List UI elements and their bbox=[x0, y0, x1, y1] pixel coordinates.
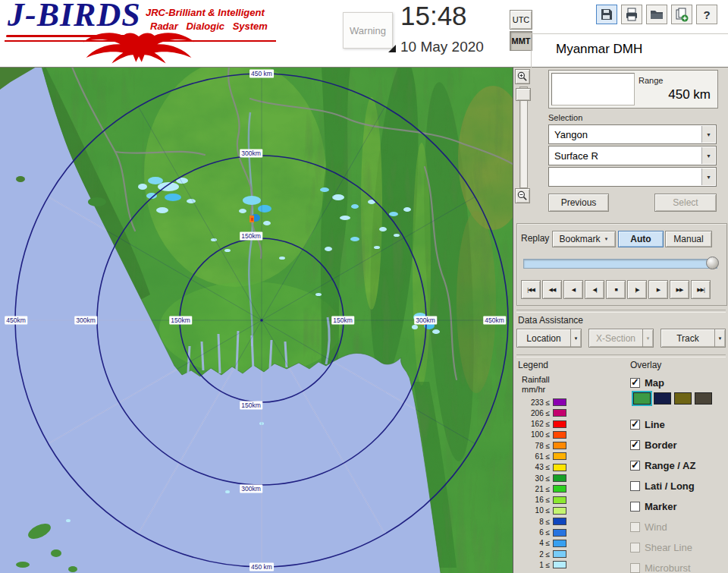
replay-timeline-slider[interactable] bbox=[523, 259, 717, 269]
overlay-checkbox-row[interactable]: Microburst bbox=[630, 562, 695, 573]
selection-dropdown[interactable]: Yangon bbox=[548, 124, 717, 144]
legend-threshold: 206 ≤ bbox=[518, 409, 553, 417]
checkbox[interactable] bbox=[630, 543, 640, 553]
legend-color-swatch bbox=[553, 496, 566, 504]
playback-button[interactable]: ▶▶| bbox=[691, 280, 711, 299]
bookmark-button[interactable]: Bookmark bbox=[552, 231, 616, 247]
button-label: Track bbox=[661, 333, 714, 344]
resize-grip-icon bbox=[388, 45, 396, 52]
overlay-item-label: Lati / Long bbox=[645, 480, 695, 492]
overlay-checkbox-row[interactable]: Range / AZ bbox=[630, 460, 695, 471]
legend-color-swatch bbox=[553, 485, 566, 493]
radar-map[interactable]: 450 km300km150km150km300km450 km450km300… bbox=[0, 67, 513, 573]
selection-dropdowns: Yangon Surface R bbox=[548, 124, 717, 188]
data-assistance-button[interactable]: Track bbox=[661, 329, 726, 348]
selection-dropdown[interactable] bbox=[548, 167, 717, 187]
legend-threshold: 6 ≤ bbox=[518, 528, 553, 537]
chevron-down-icon[interactable] bbox=[570, 329, 581, 347]
legend-color-swatch bbox=[553, 529, 566, 537]
print-button[interactable] bbox=[621, 5, 642, 24]
legend-color-swatch bbox=[553, 507, 566, 515]
checkbox[interactable] bbox=[630, 481, 640, 491]
range-readout: Range 450 km bbox=[548, 70, 718, 109]
overlay-checkbox-row[interactable]: Marker bbox=[630, 501, 695, 512]
overlay-checkbox-row[interactable]: Line bbox=[630, 419, 695, 430]
chevron-down-icon[interactable] bbox=[642, 329, 653, 347]
playback-button[interactable]: |◀◀ bbox=[521, 280, 541, 299]
legend-threshold: 21 ≤ bbox=[518, 485, 553, 493]
chevron-down-icon[interactable] bbox=[714, 329, 725, 347]
checkbox[interactable] bbox=[630, 502, 640, 512]
zoom-out-icon bbox=[516, 190, 529, 202]
checkbox[interactable] bbox=[630, 563, 640, 573]
overlay-checkbox-row[interactable]: Shear Line bbox=[630, 542, 695, 553]
overlay-item-label: Line bbox=[645, 419, 665, 430]
help-button[interactable]: ? bbox=[696, 5, 717, 24]
save-icon bbox=[599, 7, 614, 22]
data-assistance-button[interactable]: X-Section bbox=[588, 329, 654, 348]
zoom-slider-track[interactable] bbox=[519, 87, 528, 188]
legend-row: 100 ≤ bbox=[518, 431, 566, 439]
legend-threshold: 10 ≤ bbox=[518, 506, 553, 515]
utc-button[interactable]: UTC bbox=[510, 10, 532, 30]
legend-threshold: 16 ≤ bbox=[518, 496, 553, 504]
zoom-in-button[interactable] bbox=[515, 69, 530, 84]
playback-button[interactable]: ▶▶ bbox=[670, 280, 689, 299]
elevation-display bbox=[551, 73, 635, 105]
station-box: Myanmar DMH bbox=[531, 33, 728, 68]
auto-mode-button[interactable]: Auto bbox=[618, 231, 664, 247]
legend-threshold: 61 ≤ bbox=[518, 452, 553, 461]
chevron-down-icon[interactable] bbox=[701, 126, 715, 143]
eagle-logo-icon bbox=[82, 30, 196, 64]
overlay-checkbox-row[interactable]: Lati / Long bbox=[630, 480, 695, 491]
warning-button[interactable]: Warning bbox=[343, 12, 393, 49]
map-style-swatch[interactable] bbox=[633, 392, 651, 405]
range-label: Range bbox=[639, 76, 663, 85]
overlay-checkbox-row[interactable]: Border bbox=[630, 439, 695, 450]
replay-slider-thumb[interactable] bbox=[706, 257, 719, 269]
legend-threshold: 78 ≤ bbox=[518, 442, 553, 450]
checkbox[interactable] bbox=[630, 420, 640, 430]
legend-color-swatch bbox=[553, 550, 566, 558]
zoom-out-button[interactable] bbox=[515, 188, 530, 203]
data-assistance-button[interactable]: Location bbox=[516, 329, 582, 348]
button-label: Location bbox=[517, 333, 570, 344]
header-bar: J-BIRDS JRC-Brilliant & Intelligent Rada… bbox=[0, 0, 728, 68]
chevron-down-icon[interactable] bbox=[701, 147, 715, 164]
help-icon: ? bbox=[703, 8, 710, 21]
map-style-swatch[interactable] bbox=[654, 392, 671, 405]
mmt-button[interactable]: MMT bbox=[510, 31, 532, 51]
playback-button[interactable]: ◀| bbox=[585, 280, 604, 299]
playback-button[interactable]: ▶ bbox=[648, 280, 668, 299]
checkbox[interactable] bbox=[630, 440, 640, 450]
checkbox[interactable] bbox=[630, 522, 640, 532]
playback-button[interactable]: ◀ bbox=[563, 280, 583, 299]
chevron-down-icon[interactable] bbox=[701, 168, 715, 185]
overlay-item-label: Microburst bbox=[645, 562, 691, 573]
checkbox[interactable] bbox=[630, 378, 640, 388]
app-window: J-BIRDS JRC-Brilliant & Intelligent Rada… bbox=[0, 0, 728, 573]
manual-mode-button[interactable]: Manual bbox=[665, 231, 712, 247]
map-style-swatch[interactable] bbox=[695, 392, 712, 405]
map-style-swatch[interactable] bbox=[674, 392, 692, 405]
export-button[interactable] bbox=[671, 5, 692, 24]
playback-button[interactable]: ■ bbox=[606, 280, 626, 299]
overlay-item-label: Border bbox=[645, 439, 677, 451]
selection-dropdown[interactable]: Surface R bbox=[548, 146, 717, 165]
overlay-checkbox-row[interactable]: Wind bbox=[630, 521, 695, 532]
playback-button[interactable]: ◀◀ bbox=[542, 280, 562, 299]
overlay-checkbox-row[interactable]: Map bbox=[630, 377, 695, 388]
previous-button[interactable]: Previous bbox=[548, 194, 609, 212]
zoom-slider-thumb[interactable] bbox=[516, 88, 531, 101]
open-folder-button[interactable] bbox=[646, 5, 667, 24]
legend-row: 1 ≤ bbox=[518, 561, 566, 568]
overlay-item-label: Wind bbox=[645, 521, 667, 533]
legend-row: 6 ≤ bbox=[518, 529, 566, 537]
legend-color-swatch bbox=[553, 409, 566, 417]
playback-button[interactable]: |▶ bbox=[627, 280, 647, 299]
map-style-swatches bbox=[633, 392, 712, 405]
save-button[interactable] bbox=[596, 5, 617, 24]
checkbox[interactable] bbox=[630, 461, 640, 471]
warning-label: Warning bbox=[350, 25, 386, 36]
control-panel: Range 450 km Selection Yangon Surface R … bbox=[513, 67, 728, 573]
